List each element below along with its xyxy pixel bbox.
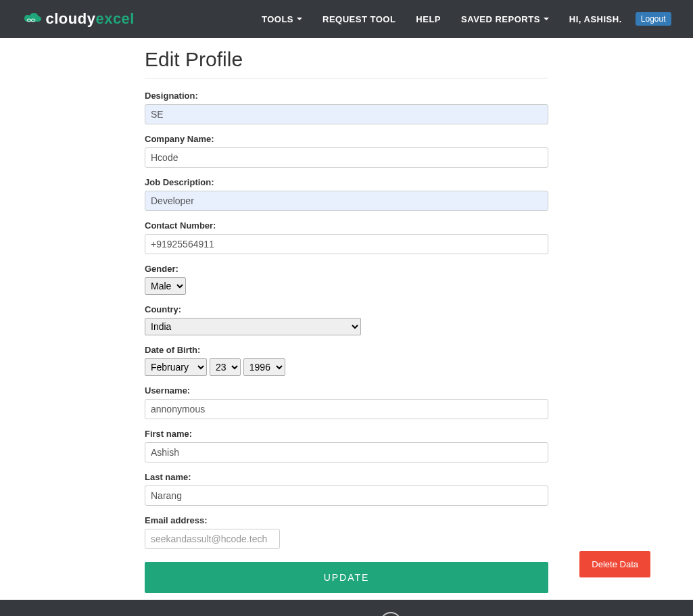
logo[interactable]: cloudyexcel [22,10,135,28]
nav-help[interactable]: Help [406,7,451,31]
username-input[interactable] [145,399,548,419]
first-name-input[interactable] [145,442,548,463]
dob-day-select[interactable]: 23 [210,358,241,376]
company-label: Company Name: [145,134,548,144]
gender-select[interactable]: Male [145,277,186,295]
nav-tools[interactable]: Tools [252,7,312,31]
designation-input[interactable] [145,104,548,124]
cloud-icon [22,12,43,26]
designation-label: Designation: [145,91,548,101]
last-name-input[interactable] [145,485,548,506]
navbar: cloudyexcel Tools Request Tool Help Save… [0,0,693,38]
job-desc-input[interactable] [145,191,548,211]
email-input [145,529,280,549]
logo-text-cloudy: cloudy [46,10,96,28]
footer: © Copyright CloudyExcel, 2017, All Right… [0,600,693,616]
page-title: Edit Profile [145,48,548,71]
logo-text-excel: excel [95,10,135,28]
chevron-down-icon [297,18,302,20]
divider [145,78,548,78]
nav-request-tool[interactable]: Request Tool [312,7,406,31]
last-name-label: Last name: [145,472,548,482]
nav-greeting[interactable]: Hi, Ashish. [559,7,632,31]
username-label: Username: [145,385,548,396]
contact-input[interactable] [145,234,548,254]
chevron-down-icon [544,18,549,20]
country-label: Country: [145,304,548,314]
contact-label: Contact Number: [145,220,548,231]
gender-label: Gender: [145,264,548,274]
logout-button[interactable]: Logout [636,12,671,26]
first-name-label: First name: [145,429,548,439]
dob-month-select[interactable]: February [145,358,207,376]
update-button[interactable]: UPDATE [145,562,548,593]
nav-saved-reports[interactable]: Saved Reports [451,7,559,31]
country-select[interactable]: India [145,318,361,335]
email-label: Email address: [145,515,548,525]
dob-label: Date of Birth: [145,345,548,355]
dob-year-select[interactable]: 1996 [243,358,285,376]
made-in-ny-badge: MADE INNY [380,612,402,616]
job-desc-label: Job Description: [145,177,548,187]
company-input[interactable] [145,147,548,168]
delete-data-button[interactable]: Delete Data [579,551,650,577]
